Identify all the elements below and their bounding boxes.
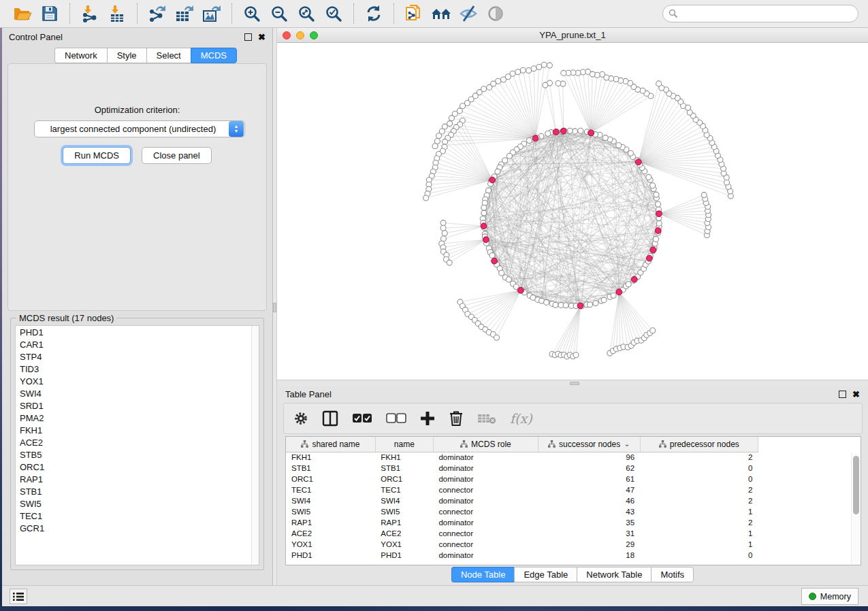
table-row[interactable]: ORC1ORC1dominator610 xyxy=(286,474,758,484)
column-header-name[interactable]: name xyxy=(375,437,433,452)
result-list-item[interactable]: ORC1 xyxy=(16,461,259,473)
apply-layout-button[interactable] xyxy=(362,3,385,24)
table-settings-button[interactable] xyxy=(293,408,308,429)
table-cell[interactable]: dominator xyxy=(433,550,538,561)
select-all-button[interactable] xyxy=(352,408,372,429)
tab-select[interactable]: Select xyxy=(146,48,191,63)
tab-network[interactable]: Network xyxy=(54,48,107,63)
table-scrollbar[interactable] xyxy=(851,453,860,564)
table-cell[interactable]: YOX1 xyxy=(375,539,433,550)
task-history-button[interactable] xyxy=(10,589,27,604)
table-cell[interactable]: ACE2 xyxy=(375,528,433,539)
table-row[interactable]: PHD1PHD1dominator180 xyxy=(286,550,758,561)
table-cell[interactable]: 1 xyxy=(640,539,758,550)
result-list-item[interactable]: STB1 xyxy=(16,485,259,497)
import-network-button[interactable] xyxy=(78,3,101,24)
network-canvas[interactable] xyxy=(277,43,868,380)
delete-column-button[interactable] xyxy=(449,408,464,429)
table-cell[interactable]: RAP1 xyxy=(286,517,375,528)
window-maximize-icon[interactable] xyxy=(310,31,318,39)
table-cell[interactable]: SWI5 xyxy=(375,506,433,517)
table-cell[interactable]: connector xyxy=(433,539,538,550)
zoom-selected-button[interactable] xyxy=(322,3,345,24)
window-close-icon[interactable] xyxy=(283,31,291,39)
table-cell[interactable]: dominator xyxy=(433,452,538,463)
table-cell[interactable]: connector xyxy=(433,506,538,517)
table-cell[interactable]: SWI5 xyxy=(286,506,375,517)
result-list-item[interactable]: FKH1 xyxy=(16,424,259,436)
result-list-item[interactable]: CAR1 xyxy=(16,338,259,350)
table-row[interactable]: STB1STB1dominator620 xyxy=(286,463,758,474)
table-cell[interactable]: ACE2 xyxy=(286,528,375,539)
table-cell[interactable]: SWI4 xyxy=(375,495,433,506)
result-list-item[interactable]: TEC1 xyxy=(16,510,259,522)
table-cell[interactable]: 47 xyxy=(538,484,640,495)
export-image-button[interactable] xyxy=(200,3,223,24)
column-header-successor-nodes[interactable]: successor nodes⌄ xyxy=(538,437,640,452)
window-minimize-icon[interactable] xyxy=(296,31,304,39)
table-cell[interactable]: dominator xyxy=(433,463,538,474)
table-cell[interactable]: dominator xyxy=(433,495,538,506)
table-cell[interactable]: TEC1 xyxy=(286,484,375,495)
close-panel-button[interactable]: Close panel xyxy=(142,147,212,164)
table-cell[interactable]: TEC1 xyxy=(375,484,433,495)
table-cell[interactable]: 2 xyxy=(640,484,758,495)
table-cell[interactable]: connector xyxy=(433,528,538,539)
table-cell[interactable]: FKH1 xyxy=(375,452,433,463)
criterion-dropdown[interactable]: largest connected component (undirected)… xyxy=(34,120,245,137)
table-row[interactable]: FKH1FKH1dominator962 xyxy=(286,452,758,463)
clone-network-button[interactable] xyxy=(402,3,425,24)
tab-style[interactable]: Style xyxy=(107,48,146,63)
result-list-item[interactable]: SWI4 xyxy=(16,387,259,399)
result-list-item[interactable]: STB5 xyxy=(16,448,259,461)
table-cell[interactable]: dominator xyxy=(433,474,538,484)
table-cell[interactable]: connector xyxy=(433,484,538,495)
table-row[interactable]: SWI4SWI4dominator462 xyxy=(286,495,758,506)
horizontal-split-divider[interactable] xyxy=(277,380,868,386)
table-row[interactable]: RAP1RAP1dominator352 xyxy=(286,517,758,528)
tab-network-table[interactable]: Network Table xyxy=(577,567,651,582)
zoom-in-button[interactable] xyxy=(240,3,263,24)
result-list-item[interactable]: STP4 xyxy=(16,350,259,363)
table-cell[interactable]: SWI4 xyxy=(286,495,375,506)
column-layout-button[interactable] xyxy=(322,408,338,429)
table-cell[interactable]: 2 xyxy=(640,495,758,506)
result-list-scrollbar[interactable] xyxy=(251,326,259,565)
hide-details-button[interactable] xyxy=(457,3,480,24)
close-panel-icon[interactable]: ✖ xyxy=(258,33,266,41)
float-panel-icon[interactable] xyxy=(839,391,846,398)
table-scrollbar-thumb[interactable] xyxy=(853,456,859,514)
table-cell[interactable]: 43 xyxy=(538,506,640,517)
vertical-split-divider[interactable] xyxy=(272,28,277,585)
show-details-button[interactable] xyxy=(484,3,507,24)
result-list-item[interactable]: PMA2 xyxy=(16,412,259,424)
table-cell[interactable]: 31 xyxy=(538,528,640,539)
tab-edge-table[interactable]: Edge Table xyxy=(514,567,577,582)
table-cell[interactable]: YOX1 xyxy=(286,539,375,550)
table-cell[interactable]: PHD1 xyxy=(375,550,433,561)
add-column-button[interactable] xyxy=(420,408,435,429)
table-row[interactable]: SWI5SWI5connector431 xyxy=(286,506,758,517)
table-row[interactable]: ACE2ACE2connector311 xyxy=(286,528,758,539)
table-cell[interactable]: 0 xyxy=(640,463,758,474)
tab-node-table[interactable]: Node Table xyxy=(451,567,515,582)
zoom-fit-button[interactable] xyxy=(295,3,318,24)
table-cell[interactable]: STB1 xyxy=(375,463,433,474)
table-cell[interactable]: PHD1 xyxy=(286,550,375,561)
save-session-button[interactable] xyxy=(38,3,61,24)
tab-motifs[interactable]: Motifs xyxy=(651,567,694,582)
tab-mcds[interactable]: MCDS xyxy=(191,48,237,63)
search-sites-button[interactable] xyxy=(430,3,453,24)
column-header-predecessor-nodes[interactable]: predecessor nodes xyxy=(640,437,758,452)
table-cell[interactable]: STB1 xyxy=(286,463,375,474)
table-cell[interactable]: FKH1 xyxy=(286,452,375,463)
float-panel-icon[interactable] xyxy=(244,33,252,41)
table-cell[interactable]: 62 xyxy=(538,463,640,474)
result-list-item[interactable]: SWI5 xyxy=(16,497,259,510)
mcds-result-list[interactable]: PHD1CAR1STP4TID3YOX1SWI4SRD1PMA2FKH1ACE2… xyxy=(15,325,259,565)
table-cell[interactable]: 96 xyxy=(538,452,640,463)
run-mcds-button[interactable]: Run MCDS xyxy=(63,147,131,164)
close-panel-icon[interactable]: ✖ xyxy=(852,391,860,398)
result-list-item[interactable]: ACE2 xyxy=(16,436,259,448)
export-network-button[interactable] xyxy=(146,3,169,24)
